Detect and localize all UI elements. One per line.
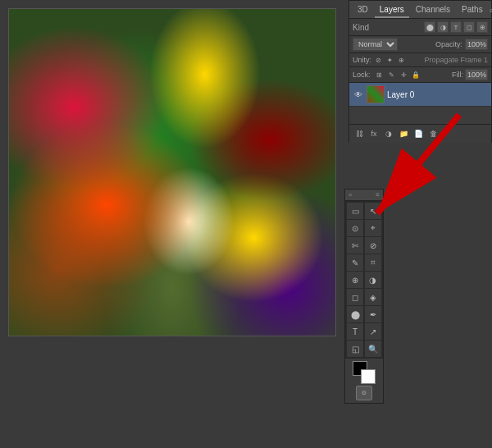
healing-brush-tool-btn[interactable]: ✎: [347, 254, 363, 271]
brush-tool-btn[interactable]: ⌗: [365, 254, 381, 271]
type-tool-btn[interactable]: T: [347, 323, 363, 340]
new-group-icon[interactable]: 📁: [397, 127, 410, 140]
pen-tool-btn[interactable]: ✒: [365, 306, 381, 322]
layers-bottom-bar: ⛓ fx ◑ 📁 📄 🗑: [349, 124, 491, 143]
toolbox-collapse-btn[interactable]: «: [348, 191, 352, 199]
lock-position-icon[interactable]: ✛: [399, 70, 409, 80]
layer-item[interactable]: 👁 Layer 0: [349, 83, 491, 107]
propagate-label: Propagate Frame 1: [424, 56, 488, 64]
unity-icon-1[interactable]: ⊘: [373, 55, 383, 65]
opacity-label: Opacity:: [435, 40, 462, 48]
zoom-tool-btn[interactable]: 🔍: [365, 341, 381, 357]
lasso-tool-btn[interactable]: ⊙: [347, 220, 363, 236]
layers-tab-bar: 3D Layers Channels Paths ≡: [349, 1, 491, 19]
filter-label: Kind: [353, 23, 369, 32]
layer-visibility-toggle[interactable]: 👁: [353, 89, 364, 100]
unity-icon-3[interactable]: ⊕: [396, 55, 406, 65]
filter-row: Kind ⬤ ◑ T ◻ ⊕: [349, 19, 491, 36]
canvas-area: [8, 8, 336, 336]
add-mask-icon[interactable]: ◑: [382, 127, 395, 140]
filter-type-icon[interactable]: T: [450, 21, 462, 33]
layer-thumbnail: [367, 85, 385, 103]
filter-adjustment-icon[interactable]: ◑: [437, 21, 449, 33]
eraser-tool-btn[interactable]: ◻: [347, 289, 363, 305]
crop-tool-btn[interactable]: ✄: [347, 237, 363, 254]
filter-icons: ⬤ ◑ T ◻ ⊕: [424, 21, 488, 33]
fill-label: Fill:: [452, 71, 463, 79]
tab-channels[interactable]: Channels: [411, 2, 455, 18]
lock-icons: ⊞ ✎ ✛ 🔒: [374, 70, 421, 80]
lock-label: Lock:: [353, 71, 371, 79]
blend-mode-dropdown[interactable]: Normal Multiply Screen: [353, 38, 398, 51]
color-boxes: [353, 361, 376, 384]
filter-shape-icon[interactable]: ◻: [463, 21, 475, 33]
fx-icon[interactable]: fx: [367, 127, 380, 140]
unity-row: Unity: ⊘ ✦ ⊕ Propagate Frame 1: [349, 53, 491, 67]
magic-wand-tool-btn[interactable]: ⌖: [365, 220, 381, 236]
toolbox-panel: « ≡ ▭ ↖ ⊙ ⌖ ✄ ⊘ ✎ ⌗ ⊕ ◑ ◻ ◈ ⬤ ✒ T ↗ ◱ 🔍 …: [344, 189, 384, 404]
path-selection-tool-btn[interactable]: ↗: [365, 323, 381, 340]
burn-tool-btn[interactable]: ⬤: [347, 306, 363, 322]
lock-transparent-icon[interactable]: ⊞: [374, 70, 385, 80]
tab-layers[interactable]: Layers: [375, 2, 409, 18]
background-color[interactable]: [361, 369, 376, 384]
toolbox-footer: ⊙: [345, 359, 383, 403]
lock-all-icon[interactable]: 🔒: [411, 70, 421, 80]
toolbox-menu-btn[interactable]: ≡: [376, 191, 380, 199]
tool-grid: ▭ ↖ ⊙ ⌖ ✄ ⊘ ✎ ⌗ ⊕ ◑ ◻ ◈ ⬤ ✒ T ↗ ◱ 🔍: [345, 201, 383, 359]
tab-3d[interactable]: 3D: [353, 2, 373, 18]
layers-panel: 3D Layers Channels Paths ≡ Kind ⬤ ◑ T ◻ …: [348, 0, 492, 143]
layer-list: 👁 Layer 0: [349, 83, 491, 124]
toolbox-header: « ≡: [345, 190, 383, 201]
history-brush-tool-btn[interactable]: ◑: [365, 272, 381, 288]
filter-smart-icon[interactable]: ⊕: [476, 21, 488, 33]
filter-pixel-icon[interactable]: ⬤: [424, 21, 435, 33]
gradient-tool-btn[interactable]: ◈: [365, 289, 381, 305]
unity-icon-2[interactable]: ✦: [385, 55, 394, 65]
delete-layer-icon[interactable]: 🗑: [426, 127, 440, 140]
lock-image-icon[interactable]: ✎: [386, 70, 397, 80]
eyedropper-tool-btn[interactable]: ⊘: [365, 237, 381, 254]
fill-value[interactable]: 100%: [465, 69, 488, 80]
shape-tool-btn[interactable]: ◱: [347, 341, 363, 357]
clone-stamp-tool-btn[interactable]: ⊕: [347, 272, 363, 288]
quick-mask-btn[interactable]: ⊙: [356, 386, 372, 400]
tab-paths[interactable]: Paths: [457, 2, 488, 18]
move-tool-btn[interactable]: ↖: [365, 203, 381, 219]
panel-collapse-btn[interactable]: ≡: [490, 7, 492, 15]
opacity-value[interactable]: 100%: [465, 39, 488, 50]
blend-mode-row: Normal Multiply Screen Opacity: 100%: [349, 36, 491, 53]
layer-name: Layer 0: [387, 90, 488, 99]
link-layers-icon[interactable]: ⛓: [353, 127, 366, 140]
unity-icons: ⊘ ✦ ⊕: [373, 55, 406, 65]
new-layer-icon[interactable]: 📄: [412, 127, 425, 140]
canvas-image: [9, 9, 335, 336]
marquee-tool-btn[interactable]: ▭: [347, 203, 363, 219]
lock-row: Lock: ⊞ ✎ ✛ 🔒 Fill: 100%: [349, 67, 491, 83]
unity-label: Unity:: [353, 56, 371, 64]
